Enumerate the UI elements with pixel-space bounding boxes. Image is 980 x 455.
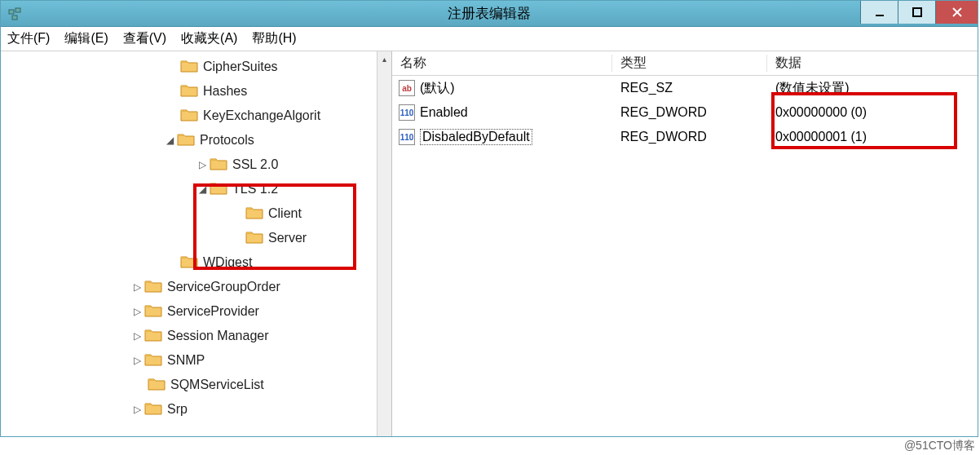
value-row[interactable]: 110DisbaledByDefaultREG_DWORD0x00000001 … xyxy=(392,125,978,149)
menu-file[interactable]: 文件(F) xyxy=(7,30,50,47)
header-data[interactable]: 数据 xyxy=(767,55,978,72)
value-name: DisbaledByDefault xyxy=(420,129,532,145)
header-name[interactable]: 名称 xyxy=(392,55,612,72)
header-type[interactable]: 类型 xyxy=(612,55,767,72)
tree-item[interactable]: SQMServiceList xyxy=(1,373,391,397)
svg-rect-0 xyxy=(9,10,14,14)
expand-toggle-icon[interactable]: ◢ xyxy=(164,135,175,146)
expand-toggle-icon[interactable]: ▷ xyxy=(131,355,143,366)
tree-item-label: SSL 2.0 xyxy=(232,157,278,172)
menu-edit[interactable]: 编辑(E) xyxy=(64,30,108,47)
svg-rect-4 xyxy=(913,8,921,16)
value-data: 0x00000001 (1) xyxy=(767,130,978,144)
tree-item-label: ServiceGroupOrder xyxy=(167,280,280,294)
expand-toggle-icon[interactable]: ▷ xyxy=(131,306,143,317)
app-icon xyxy=(7,6,24,22)
value-data: 0x00000000 (0) xyxy=(767,105,978,120)
value-data: (数值未设置) xyxy=(767,80,978,97)
window-buttons xyxy=(860,1,978,24)
tree-item[interactable]: ▷Session Manager xyxy=(1,324,391,348)
folder-icon xyxy=(148,377,166,393)
tree-item-label: Server xyxy=(268,231,307,245)
tree-item[interactable]: Client xyxy=(1,201,391,226)
tree-item-label: TLS 1.2 xyxy=(232,182,278,197)
menu-view[interactable]: 查看(V) xyxy=(123,30,166,47)
value-type: REG_DWORD xyxy=(612,130,767,144)
folder-icon xyxy=(180,59,198,75)
menu-favorites[interactable]: 收藏夹(A) xyxy=(181,30,237,47)
svg-rect-2 xyxy=(12,15,17,20)
string-value-icon: ab xyxy=(399,80,415,96)
tree-scrollbar[interactable]: ▴ xyxy=(377,51,391,436)
tree-item[interactable]: KeyExchangeAlgorit xyxy=(1,104,391,128)
list-body: ab(默认)REG_SZ(数值未设置)110EnabledREG_DWORD0x… xyxy=(392,76,978,149)
scroll-up-icon[interactable]: ▴ xyxy=(377,51,391,66)
tree-item[interactable]: Hashes xyxy=(1,79,391,104)
folder-icon xyxy=(177,132,195,148)
folder-icon xyxy=(144,303,162,320)
folder-icon xyxy=(210,157,227,173)
dword-value-icon: 110 xyxy=(399,129,415,145)
tree-item[interactable]: CipherSuites xyxy=(1,55,391,79)
tree-item-label: WDigest xyxy=(203,255,252,270)
folder-icon xyxy=(180,83,198,99)
window-title: 注册表编辑器 xyxy=(448,4,531,23)
value-name: Enabled xyxy=(420,105,468,120)
tree-item[interactable]: WDigest xyxy=(1,250,391,275)
tree-item[interactable]: ▷ServiceGroupOrder xyxy=(1,275,391,299)
tree-item-label: Protocols xyxy=(200,133,254,148)
tree-item-label: CipherSuites xyxy=(203,60,278,74)
tree-item-label: Srp xyxy=(167,402,188,417)
tree-item[interactable]: ▷ServiceProvider xyxy=(1,299,391,324)
value-name: (默认) xyxy=(420,80,455,97)
expand-toggle-icon[interactable]: ▷ xyxy=(196,159,208,170)
list-header[interactable]: 名称 类型 数据 xyxy=(392,51,978,76)
watermark: @51CTO博客 xyxy=(904,439,975,453)
value-type: REG_SZ xyxy=(612,81,767,95)
folder-icon xyxy=(180,108,198,124)
folder-icon xyxy=(144,328,162,344)
svg-rect-3 xyxy=(876,15,884,16)
registry-tree: CipherSuitesHashesKeyExchangeAlgorit◢Pro… xyxy=(1,51,391,422)
registry-editor-window: 注册表编辑器 文件(F) 编辑(E) 查看(V) 收藏夹(A) 帮助(H) Ci… xyxy=(0,0,978,437)
tree-item-label: Client xyxy=(268,206,302,221)
tree-item-label: SQMServiceList xyxy=(170,378,264,392)
expand-toggle-icon[interactable]: ▷ xyxy=(131,404,143,415)
value-row[interactable]: 110EnabledREG_DWORD0x00000000 (0) xyxy=(392,100,978,125)
tree-pane[interactable]: CipherSuitesHashesKeyExchangeAlgorit◢Pro… xyxy=(1,51,392,436)
content-area: CipherSuitesHashesKeyExchangeAlgorit◢Pro… xyxy=(1,51,978,436)
tree-item[interactable]: ▷Srp xyxy=(1,397,391,422)
expand-toggle-icon[interactable]: ▷ xyxy=(131,281,143,293)
folder-icon xyxy=(245,205,263,222)
tree-item[interactable]: ▷SNMP xyxy=(1,348,391,373)
maximize-button[interactable] xyxy=(898,1,935,24)
folder-icon xyxy=(210,181,227,197)
expand-toggle-icon[interactable]: ▷ xyxy=(131,330,143,342)
folder-icon xyxy=(180,254,198,271)
tree-item[interactable]: ▷SSL 2.0 xyxy=(1,152,391,177)
folder-icon xyxy=(144,401,162,417)
close-button[interactable] xyxy=(935,1,978,24)
title-bar[interactable]: 注册表编辑器 xyxy=(1,1,978,27)
dword-value-icon: 110 xyxy=(399,104,415,121)
svg-rect-1 xyxy=(15,8,20,12)
folder-icon xyxy=(144,279,162,295)
folder-icon xyxy=(245,230,263,246)
minimize-button[interactable] xyxy=(860,1,898,24)
tree-item[interactable]: ◢TLS 1.2 xyxy=(1,177,391,201)
value-row[interactable]: ab(默认)REG_SZ(数值未设置) xyxy=(392,76,978,100)
tree-item[interactable]: Server xyxy=(1,226,391,250)
tree-item-label: Hashes xyxy=(203,84,247,99)
tree-item-label: ServiceProvider xyxy=(167,304,259,319)
value-type: REG_DWORD xyxy=(612,105,767,120)
menu-bar: 文件(F) 编辑(E) 查看(V) 收藏夹(A) 帮助(H) xyxy=(1,27,978,51)
values-pane[interactable]: 名称 类型 数据 ab(默认)REG_SZ(数值未设置)110EnabledRE… xyxy=(392,51,978,436)
tree-item-label: SNMP xyxy=(167,353,205,368)
expand-toggle-icon[interactable]: ◢ xyxy=(196,183,208,195)
folder-icon xyxy=(144,352,162,369)
menu-help[interactable]: 帮助(H) xyxy=(252,30,296,47)
tree-item-label: KeyExchangeAlgorit xyxy=(203,108,320,123)
tree-item-label: Session Manager xyxy=(167,329,269,343)
tree-item[interactable]: ◢Protocols xyxy=(1,128,391,152)
